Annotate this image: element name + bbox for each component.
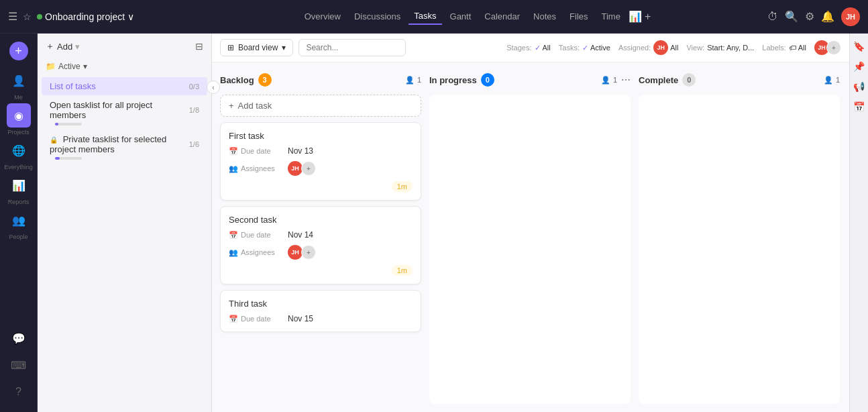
nav-overview[interactable]: Overview — [299, 9, 346, 24]
column-user-count-2: 👤 1 — [601, 76, 617, 85]
task-footer: 1m — [229, 181, 413, 192]
status-dot — [37, 14, 42, 19]
add-icon[interactable]: + — [645, 11, 651, 23]
sidebar-item-everything[interactable]: 🌐 Everything — [4, 138, 33, 170]
toolbar-avatars: JH + — [814, 40, 841, 55]
task-due-date-field: 📅 Due date Nov 13 — [229, 146, 413, 156]
calendar-icon: 📅 — [229, 231, 238, 240]
column-header-inprogress: In progress 0 👤 1 ⋯ — [429, 70, 631, 89]
column-more-button[interactable]: ⋯ — [621, 74, 631, 85]
assigned-avatar: JH — [653, 40, 668, 55]
user-avatar[interactable]: JH — [841, 7, 860, 26]
everything-icon[interactable]: 🌐 — [7, 138, 31, 162]
projects-label: Projects — [7, 129, 30, 136]
project-name[interactable]: Onboarding project ∨ — [37, 11, 134, 22]
board-view-button[interactable]: ⊞ Board view ▾ — [220, 39, 293, 56]
add-assignee-button[interactable]: + — [301, 161, 316, 176]
sidebar-item-me[interactable]: 👤 Me — [7, 68, 31, 101]
me-label: Me — [14, 94, 23, 101]
add-assignee-button-2[interactable]: + — [301, 245, 316, 260]
assignees-icon: 👥 — [229, 248, 238, 257]
reports-icon[interactable]: 📊 — [7, 173, 31, 197]
main-content: ⊞ Board view ▾ Stages: ✓ All Tasks: ✓ Ac… — [212, 34, 868, 412]
people-icon[interactable]: 👥 — [7, 208, 31, 232]
nav-time[interactable]: Time — [596, 9, 626, 24]
column-backlog: Backlog 3 👤 1 + Add task First task 📅 D — [220, 70, 421, 404]
calendar-icon[interactable]: 📅 — [852, 99, 867, 114]
tasklist-item-3[interactable]: 🔒 Private tasklist for selected project … — [42, 130, 207, 164]
sidebar-item-projects[interactable]: ◉ Projects — [7, 103, 31, 136]
tasklist-item-1[interactable]: List of tasks 0/3 — [42, 77, 207, 95]
toolbar-avatar-plus[interactable]: + — [826, 40, 841, 55]
nav-notes[interactable]: Notes — [528, 9, 561, 24]
clock-icon[interactable]: ⏱ — [767, 11, 778, 23]
tasklist-item-2[interactable]: Open tasklist for all project members 1/… — [42, 96, 207, 130]
bell-icon[interactable]: 🔔 — [821, 10, 834, 23]
topbar: ☰ ☆ Onboarding project ∨ Overview Discus… — [0, 0, 868, 34]
search-icon[interactable]: 🔍 — [785, 10, 798, 23]
collapse-sidebar-button[interactable]: ‹ — [207, 81, 220, 94]
me-icon[interactable]: 👤 — [7, 68, 31, 93]
star-icon[interactable]: ☆ — [23, 11, 32, 22]
add-item-button[interactable]: ＋ Add ▾ — [46, 40, 80, 52]
chevron-icon: ▾ — [75, 42, 80, 52]
topbar-nav: Overview Discussions Tasks Gantt Calenda… — [188, 8, 762, 25]
search-input[interactable] — [299, 39, 406, 56]
empty-column-complete — [639, 95, 840, 404]
nav-calendar[interactable]: Calendar — [479, 9, 525, 24]
hamburger-icon[interactable]: ☰ — [8, 10, 17, 23]
view-filter[interactable]: View: Start: Any, D... — [686, 44, 754, 52]
task-footer-2: 1m — [229, 265, 413, 276]
stages-filter[interactable]: Stages: ✓ All — [506, 44, 551, 52]
column-header-backlog: Backlog 3 👤 1 — [220, 70, 421, 89]
sidebar-header: ＋ Add ▾ ⊟ — [38, 34, 211, 59]
board-view: Backlog 3 👤 1 + Add task First task 📅 D — [212, 62, 868, 412]
left-sidebar: + 👤 Me ◉ Projects 🌐 Everything 📊 Reports… — [0, 34, 38, 412]
column-user-count: 👤 1 — [405, 76, 421, 85]
keyboard-icon[interactable]: ⌨ — [7, 353, 31, 377]
calendar-icon: 📅 — [229, 147, 238, 156]
assignee-avatars-2: JH + — [288, 245, 316, 260]
task-card-second[interactable]: Second task 📅 Due date Nov 14 👥 Assignee… — [220, 206, 421, 285]
sidebar-item-people[interactable]: 👥 People — [7, 208, 31, 240]
column-complete: Complete 0 👤 1 — [639, 70, 840, 404]
board-icon: ⊞ — [227, 43, 234, 52]
tasks-filter[interactable]: Tasks: ✓ Active — [559, 44, 610, 52]
add-button[interactable]: + — [9, 42, 28, 60]
assignee-avatar: JH — [288, 161, 303, 176]
bookmark-icon[interactable]: 🔖 — [852, 39, 867, 54]
assignee-avatar-2: JH — [288, 245, 303, 260]
toolbar-meta: Stages: ✓ All Tasks: ✓ Active Assigned: … — [506, 40, 860, 55]
lock-icon: 🔒 — [50, 136, 58, 144]
nav-discussions[interactable]: Discussions — [349, 9, 406, 24]
column-header-complete: Complete 0 👤 1 — [639, 70, 840, 89]
projects-icon[interactable]: ◉ — [7, 103, 31, 127]
settings-icon[interactable]: ⚙ — [805, 10, 814, 23]
everything-label: Everything — [4, 164, 33, 170]
add-task-backlog-button[interactable]: + Add task — [220, 95, 421, 117]
assignees-icon: 👥 — [229, 164, 238, 173]
task-assignees-field: 👥 Assignees JH + — [229, 161, 413, 176]
task-card-third[interactable]: Third task 📅 Due date Nov 15 — [220, 290, 421, 332]
nav-gantt[interactable]: Gantt — [445, 9, 477, 24]
task-due-date-field-2: 📅 Due date Nov 14 — [229, 230, 413, 240]
help-icon[interactable]: ? — [7, 380, 31, 404]
right-sidebar: 🔖 📌 📢 📅 — [849, 34, 868, 412]
labels-filter[interactable]: Labels: 🏷 All — [762, 44, 806, 52]
pin-icon[interactable]: 📌 — [852, 59, 867, 74]
chart-icon[interactable]: 📊 — [629, 10, 642, 23]
task-card-first[interactable]: First task 📅 Due date Nov 13 👥 Assignees… — [220, 122, 421, 201]
assigned-filter[interactable]: Assigned: JH All — [618, 40, 679, 55]
sidebar-item-reports[interactable]: 📊 Reports — [7, 173, 31, 205]
chat-icon[interactable]: 💬 — [7, 326, 31, 350]
nav-files[interactable]: Files — [564, 9, 593, 24]
megaphone-icon[interactable]: 📢 — [852, 79, 867, 94]
reports-label: Reports — [8, 199, 30, 205]
project-sidebar: ＋ Add ▾ ⊟ 📁 Active ▾ List of tasks 0/3 O… — [38, 34, 212, 412]
empty-column-inprogress — [429, 95, 631, 404]
active-section-label[interactable]: 📁 Active ▾ — [38, 59, 211, 76]
nav-tasks[interactable]: Tasks — [409, 8, 441, 25]
filter-button[interactable]: ⊟ — [195, 41, 203, 52]
task-assignees-field-2: 👥 Assignees JH + — [229, 245, 413, 260]
plus-icon: ＋ — [46, 40, 54, 52]
